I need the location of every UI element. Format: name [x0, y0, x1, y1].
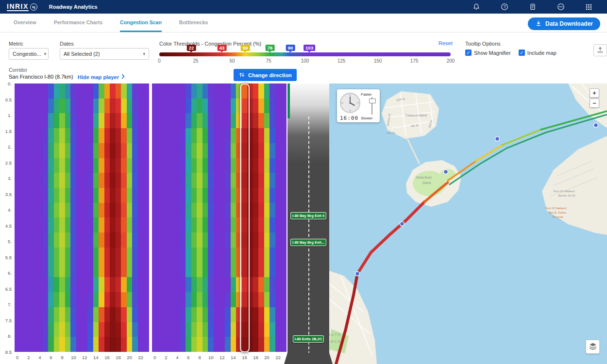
heatmap-cell[interactable] [270, 143, 275, 158]
heatmap-cell[interactable] [65, 322, 71, 337]
heatmap-cell[interactable] [281, 188, 287, 203]
speed-slider-handle[interactable] [369, 99, 376, 103]
heatmap-cell[interactable] [174, 322, 180, 337]
heatmap-cell[interactable] [163, 337, 169, 352]
heatmap-cell[interactable] [169, 158, 175, 173]
heatmap-cell[interactable] [37, 113, 43, 128]
heatmap-cell[interactable] [48, 203, 54, 218]
heatmap-cell[interactable] [152, 158, 158, 173]
heatmap-cell[interactable] [116, 83, 121, 99]
heatmap-cell[interactable] [104, 128, 110, 143]
heatmap-cell[interactable] [231, 263, 236, 278]
heatmap-cell[interactable] [76, 173, 82, 188]
heatmap-cell[interactable] [65, 263, 71, 278]
heatmap-cell[interactable] [231, 307, 236, 322]
heatmap-cell[interactable] [65, 99, 71, 114]
heatmap-cell[interactable] [202, 337, 208, 352]
heatmap-cell[interactable] [54, 83, 60, 99]
heatmap-cell[interactable] [208, 158, 214, 173]
heatmap-cell[interactable] [99, 128, 104, 143]
heatmap-cell[interactable] [253, 143, 259, 158]
heatmap-cell[interactable] [281, 248, 287, 263]
heatmap-cell[interactable] [158, 263, 164, 278]
heatmap-cell[interactable] [281, 203, 287, 218]
heatmap-cell[interactable] [174, 217, 180, 232]
heatmap-cell[interactable] [180, 322, 186, 337]
heatmap-cell[interactable] [197, 143, 202, 158]
heatmap-cell[interactable] [32, 292, 37, 307]
heatmap-cell[interactable] [264, 248, 270, 263]
heatmap-cell[interactable] [174, 263, 180, 278]
heatmap-cell[interactable] [43, 277, 49, 292]
heatmap-cell[interactable] [32, 188, 37, 203]
heatmap-cell[interactable] [143, 83, 149, 99]
heatmap-cell[interactable] [54, 307, 60, 322]
heatmap-cell[interactable] [70, 307, 76, 322]
heatmap-cell[interactable] [214, 188, 219, 203]
heatmap-cell[interactable] [202, 83, 208, 99]
apps-grid-icon[interactable] [585, 3, 592, 11]
heatmap-cell[interactable] [197, 248, 202, 263]
heatmap-cell[interactable] [258, 188, 264, 203]
heatmap-cell[interactable] [138, 232, 144, 248]
heatmap-cell[interactable] [253, 158, 259, 173]
heatmap-cell[interactable] [158, 322, 164, 337]
heatmap-cell[interactable] [214, 263, 219, 278]
heatmap-cell[interactable] [138, 248, 144, 263]
heatmap-cell[interactable] [48, 292, 54, 307]
heatmap-cell[interactable] [110, 248, 116, 263]
show-magnifier-checkbox[interactable]: ✓ Show Magnifier [465, 50, 511, 56]
heatmap-cell[interactable] [37, 277, 43, 292]
heatmap-cell[interactable] [258, 307, 264, 322]
heatmap-cell[interactable] [202, 173, 208, 188]
heatmap-cell[interactable] [163, 232, 169, 248]
heatmap-cell[interactable] [197, 292, 202, 307]
heatmap-cell[interactable] [87, 128, 93, 143]
heatmap-cell[interactable] [93, 83, 99, 99]
heatmap-cell[interactable] [281, 83, 287, 99]
heatmap-cell[interactable] [37, 173, 43, 188]
heatmap-cell[interactable] [116, 158, 121, 173]
heatmap-cell[interactable] [158, 83, 164, 99]
heatmap-cell[interactable] [281, 143, 287, 158]
heatmap-cell[interactable] [253, 217, 259, 232]
heatmap-cell[interactable] [132, 232, 138, 248]
heatmap-cell[interactable] [208, 173, 214, 188]
heatmap-cell[interactable] [110, 322, 116, 337]
heatmap-cell[interactable] [65, 143, 71, 158]
heatmap-cell[interactable] [214, 277, 219, 292]
heatmap-cell[interactable] [87, 188, 93, 203]
road-strip[interactable]: I-80 Bay Brg Exit 4 I-80 Bay Brg Exit...… [287, 83, 329, 364]
heatmap-cell[interactable] [110, 232, 116, 248]
heatmap-cell[interactable] [208, 143, 214, 158]
heatmap-cell[interactable] [76, 232, 82, 248]
heatmap-cell[interactable] [180, 173, 186, 188]
heatmap-cell[interactable] [152, 307, 158, 322]
heatmap-cell[interactable] [20, 307, 26, 322]
heatmap-cell[interactable] [225, 263, 231, 278]
heatmap-cell[interactable] [76, 217, 82, 232]
heatmap-cell[interactable] [37, 99, 43, 114]
heatmap-cell[interactable] [231, 203, 236, 218]
heatmap-cell[interactable] [163, 113, 169, 128]
threshold-chip[interactable]: 103 [304, 45, 315, 51]
heatmap-cell[interactable] [253, 173, 259, 188]
documentation-icon[interactable] [529, 3, 537, 11]
heatmap-cell[interactable] [104, 113, 110, 128]
heatmap-cell[interactable] [127, 292, 133, 307]
heatmap-cell[interactable] [214, 99, 219, 114]
heatmap-cell[interactable] [185, 83, 191, 99]
heatmap-cell[interactable] [174, 232, 180, 248]
heatmap-cell[interactable] [43, 322, 49, 337]
heatmap-cell[interactable] [116, 307, 121, 322]
heatmap-cell[interactable] [231, 83, 236, 99]
heatmap-cell[interactable] [253, 113, 259, 128]
heatmap-cell[interactable] [76, 113, 82, 128]
tab-bottlenecks[interactable]: Bottlenecks [179, 14, 208, 32]
heatmap-cell[interactable] [180, 128, 186, 143]
heatmap-cell[interactable] [191, 83, 197, 99]
heatmap-cell[interactable] [99, 113, 104, 128]
heatmap-cell[interactable] [208, 128, 214, 143]
heatmap-cell[interactable] [121, 128, 127, 143]
heatmap-cell[interactable] [180, 99, 186, 114]
